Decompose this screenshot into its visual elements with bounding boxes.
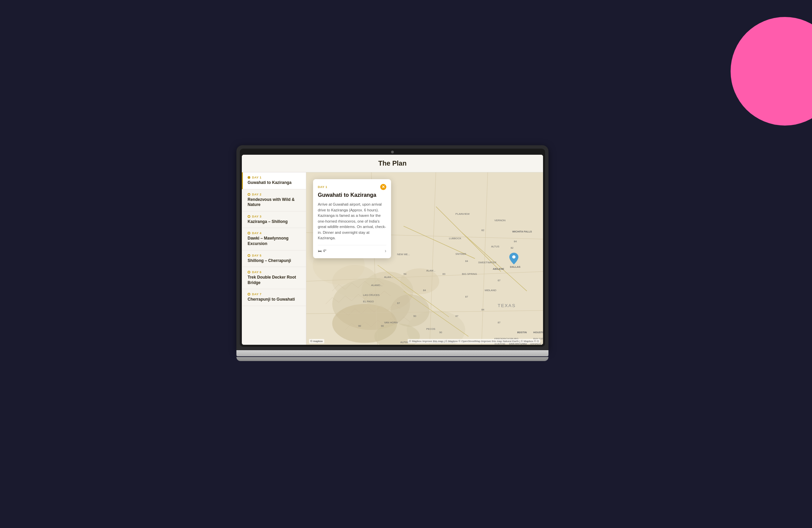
sidebar-day-label-2: DAY 2 [252,193,261,196]
sidebar-item-day2[interactable]: DAY 2 Rendezvous with Wild & Nature [242,189,306,211]
sidebar-day-label-3: DAY 3 [252,215,261,218]
popup-day-label: DAY 1 [318,185,327,189]
svg-text:VERNON: VERNON [494,219,506,222]
sidebar-day-title-7: Cherrapunji to Guwahati [248,297,301,302]
popup-hotel-info: 🛏 4* [318,249,326,253]
day-dot-6 [248,271,250,273]
svg-text:SNYDER: SNYDER [455,253,466,256]
svg-text:AUSTIN: AUSTIN [517,331,527,334]
sidebar-day-title-3: Kaziranga – Shillong [248,219,301,225]
svg-text:DALLAS: DALLAS [510,265,520,268]
day-dot-4 [248,232,250,234]
svg-text:90: 90 [358,324,361,327]
day-detail-popup: DAY 1 ✕ Guwahati to Kaziranga Arrive at … [313,179,391,258]
laptop-shell: The Plan DAY 1 Guwahati to Kaziranga [236,145,549,361]
sidebar-item-day4[interactable]: DAY 4 Dawki – Mawlynnong Excursion [242,228,306,250]
sidebar-day-label-1: DAY 1 [252,176,261,179]
sidebar-day-title-5: Shillong – Cherrapunji [248,258,301,264]
svg-text:EL PASO: EL PASO [363,300,374,303]
laptop-base [236,350,549,356]
laptop-lid: The Plan DAY 1 Guwahati to Kaziranga [236,145,549,350]
day-dot-2 [248,193,250,196]
day-dot-3 [248,215,250,218]
popup-title: Guwahati to Kaziranga [318,192,386,198]
attribution-text: © Mapbox Improve this map | © Mapbox © O… [409,340,539,343]
svg-text:87: 87 [455,315,458,318]
sidebar-day-label-5: DAY 5 [252,254,261,257]
laptop-screen: The Plan DAY 1 Guwahati to Kaziranga [242,155,543,345]
day-dot-5 [248,254,250,257]
sidebar-day-title-1: Guwahati to Kaziranga [248,180,301,186]
svg-text:HOUSTON: HOUSTON [533,331,543,334]
mapbox-logo-text: © mapbox [310,340,323,343]
svg-text:90: 90 [381,324,383,327]
svg-text:VAN HORN: VAN HORN [384,321,397,324]
svg-text:82: 82 [510,246,513,249]
svg-text:83: 83 [443,272,445,275]
hotel-icon: 🛏 [318,249,321,253]
svg-text:90: 90 [439,331,442,334]
svg-text:NEW ME...: NEW ME... [397,253,410,256]
popup-description: Arrive at Guwahati airport, upon arrival… [318,202,386,241]
svg-text:TEXAS: TEXAS [497,303,516,308]
sidebar-day-label-4: DAY 4 [252,231,261,235]
screen-bezel: The Plan DAY 1 Guwahati to Kaziranga [240,148,545,347]
svg-text:PECOS: PECOS [426,327,435,330]
day-sidebar: DAY 1 Guwahati to Kaziranga DAY 2 Rendez… [242,172,306,345]
svg-text:ALAM...: ALAM... [426,269,435,272]
svg-text:ABILENE: ABILENE [493,267,504,270]
laptop-mockup: The Plan DAY 1 Guwahati to Kaziranga [236,145,576,383]
svg-text:LUBBOCK: LUBBOCK [449,237,461,240]
sidebar-item-day5[interactable]: DAY 5 Shillong – Cherrapunji [242,251,306,267]
svg-text:LAS CRUCES: LAS CRUCES [363,294,379,297]
day-dot-7 [248,293,250,296]
svg-text:ALTUS: ALTUS [491,245,499,248]
svg-text:PLAINVIEW: PLAINVIEW [455,212,470,215]
svg-text:84: 84 [423,289,426,292]
svg-text:90: 90 [414,315,416,318]
svg-text:67: 67 [497,279,500,282]
laptop-foot [236,357,549,361]
sidebar-day-label-6: DAY 6 [252,270,261,274]
sidebar-day-label-7: DAY 7 [252,292,261,296]
sidebar-item-day3[interactable]: DAY 3 Kaziranga – Shillong [242,211,306,228]
svg-text:87: 87 [497,321,500,324]
svg-text:BIG SPRING: BIG SPRING [462,272,477,275]
camera-dot [391,151,394,153]
svg-text:ALAH...: ALAH... [384,275,393,279]
map-area: 82 82 84 83 84 87 67 84 87 87 [306,172,543,345]
svg-text:SWEETWATER: SWEETWATER [478,261,496,264]
svg-text:87: 87 [465,295,468,298]
svg-text:84: 84 [481,308,484,311]
svg-text:67: 67 [397,302,400,305]
svg-text:84: 84 [465,260,468,263]
page-title: The Plan [249,159,536,167]
svg-point-73 [512,255,516,259]
popup-footer: 🛏 4* › [318,245,386,254]
sidebar-item-day1[interactable]: DAY 1 Guwahati to Kaziranga [242,172,306,189]
svg-text:WICHITA FALLS: WICHITA FALLS [512,230,532,233]
popup-close-button[interactable]: ✕ [380,184,386,190]
svg-text:MIDLAND: MIDLAND [485,289,496,292]
hotel-stars: 4* [323,249,326,253]
svg-text:ALAMO...: ALAMO... [371,284,382,287]
decorative-circle [730,17,812,126]
sidebar-item-day7[interactable]: DAY 7 Cherrapunji to Guwahati [242,289,306,306]
svg-text:82: 82 [481,229,484,232]
svg-text:84: 84 [514,240,517,243]
map-background: 82 82 84 83 84 87 67 84 87 87 [306,172,543,345]
sidebar-day-title-4: Dawki – Mawlynnong Excursion [248,236,301,246]
close-icon: ✕ [381,185,385,189]
map-attribution: © Mapbox Improve this map | © Mapbox © O… [408,339,540,343]
svg-text:54: 54 [404,272,407,275]
day-dot [248,176,250,179]
sidebar-day-title-6: Trek Double Decker Root Bridge [248,275,301,285]
popup-next-arrow[interactable]: › [385,248,386,254]
app-content: DAY 1 Guwahati to Kaziranga DAY 2 Rendez… [242,172,543,345]
sidebar-item-day6[interactable]: DAY 6 Trek Double Decker Root Bridge [242,267,306,289]
app-header: The Plan [242,155,543,172]
sidebar-day-title-2: Rendezvous with Wild & Nature [248,197,301,208]
popup-header: DAY 1 ✕ [318,184,386,190]
mapbox-logo: © mapbox [309,339,324,343]
